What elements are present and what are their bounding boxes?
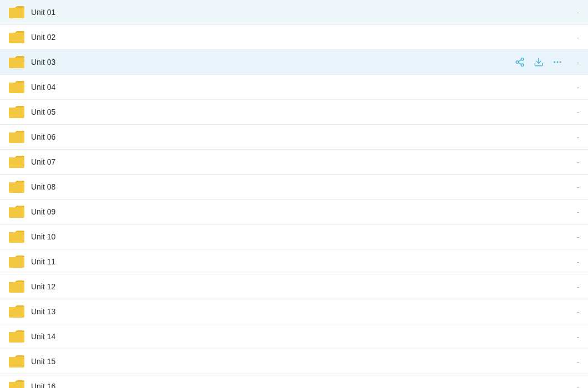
- svg-rect-19: [9, 257, 24, 268]
- share-icon[interactable]: [514, 56, 526, 68]
- file-name: Unit 14: [31, 332, 568, 341]
- svg-rect-15: [9, 157, 24, 168]
- folder-icon: [9, 305, 24, 318]
- file-name: Unit 08: [31, 182, 568, 191]
- download-icon[interactable]: [533, 56, 545, 68]
- svg-point-9: [554, 62, 555, 63]
- file-list: Unit 01- Unit 02- Unit 03 - Unit 04- Uni…: [0, 0, 588, 388]
- folder-icon: [9, 355, 24, 367]
- file-name: Unit 10: [31, 232, 568, 241]
- file-size: -: [568, 358, 579, 366]
- file-name: Unit 12: [31, 282, 568, 291]
- svg-line-7: [518, 60, 521, 62]
- file-name: Unit 03: [31, 58, 514, 67]
- folder-icon: [9, 206, 24, 218]
- folder-icon: [9, 156, 24, 168]
- folder-icon: [9, 256, 24, 268]
- file-size: -: [568, 208, 579, 216]
- file-name: Unit 13: [31, 307, 568, 316]
- folder-icon: [9, 181, 24, 193]
- svg-rect-1: [9, 33, 24, 43]
- file-size: -: [568, 308, 579, 316]
- file-size: -: [568, 58, 579, 67]
- more-icon[interactable]: [551, 56, 564, 68]
- svg-point-10: [557, 62, 559, 63]
- svg-rect-20: [9, 282, 24, 293]
- table-row[interactable]: Unit 01-: [0, 0, 588, 25]
- file-name: Unit 09: [31, 207, 568, 216]
- table-row[interactable]: Unit 02-: [0, 25, 588, 50]
- table-row[interactable]: Unit 08-: [0, 175, 588, 200]
- file-size: -: [568, 158, 579, 166]
- file-size: -: [568, 258, 579, 266]
- file-name: Unit 07: [31, 157, 568, 166]
- folder-icon: [9, 280, 24, 293]
- file-size: -: [568, 33, 579, 42]
- table-row[interactable]: Unit 04-: [0, 75, 588, 100]
- file-name: Unit 06: [31, 132, 568, 141]
- file-size: -: [568, 233, 579, 241]
- folder-icon: [9, 56, 24, 68]
- table-row[interactable]: Unit 03 -: [0, 50, 588, 75]
- svg-line-6: [518, 63, 521, 64]
- folder-icon: [9, 81, 24, 93]
- file-size: -: [568, 283, 579, 291]
- svg-rect-0: [9, 8, 24, 18]
- file-size: -: [568, 183, 579, 191]
- svg-rect-16: [9, 182, 24, 193]
- table-row[interactable]: Unit 11-: [0, 249, 588, 274]
- table-row[interactable]: Unit 12-: [0, 274, 588, 299]
- file-size: -: [568, 133, 579, 141]
- file-actions: [514, 56, 564, 68]
- folder-icon: [9, 31, 24, 43]
- file-size: -: [568, 8, 579, 17]
- file-size: -: [568, 108, 579, 116]
- table-row[interactable]: Unit 06-: [0, 125, 588, 150]
- svg-rect-22: [9, 332, 24, 343]
- svg-rect-12: [9, 83, 24, 93]
- folder-icon: [9, 106, 24, 118]
- folder-icon: [9, 131, 24, 143]
- svg-rect-2: [9, 58, 24, 68]
- table-row[interactable]: Unit 16-: [0, 374, 588, 388]
- file-name: Unit 16: [31, 382, 568, 388]
- file-name: Unit 11: [31, 257, 568, 266]
- svg-rect-14: [9, 132, 24, 143]
- folder-icon: [9, 330, 24, 343]
- svg-rect-18: [9, 232, 24, 243]
- table-row[interactable]: Unit 09-: [0, 200, 588, 224]
- svg-rect-13: [9, 108, 24, 118]
- table-row[interactable]: Unit 07-: [0, 150, 588, 175]
- svg-rect-23: [9, 357, 24, 367]
- folder-icon: [9, 6, 24, 18]
- file-name: Unit 15: [31, 357, 568, 366]
- svg-rect-21: [9, 307, 24, 318]
- table-row[interactable]: Unit 15-: [0, 349, 588, 374]
- file-size: -: [568, 83, 579, 91]
- table-row[interactable]: Unit 05-: [0, 100, 588, 125]
- table-row[interactable]: Unit 10-: [0, 224, 588, 249]
- table-row[interactable]: Unit 14-: [0, 324, 588, 349]
- file-size: -: [568, 333, 579, 341]
- svg-rect-17: [9, 207, 24, 218]
- file-name: Unit 01: [31, 8, 568, 17]
- folder-icon: [9, 380, 24, 388]
- folder-icon: [9, 231, 24, 243]
- file-name: Unit 02: [31, 33, 568, 42]
- file-name: Unit 05: [31, 108, 568, 116]
- svg-point-11: [560, 62, 561, 63]
- file-name: Unit 04: [31, 83, 568, 91]
- table-row[interactable]: Unit 13-: [0, 299, 588, 324]
- file-size: -: [568, 382, 579, 389]
- svg-rect-24: [9, 382, 24, 388]
